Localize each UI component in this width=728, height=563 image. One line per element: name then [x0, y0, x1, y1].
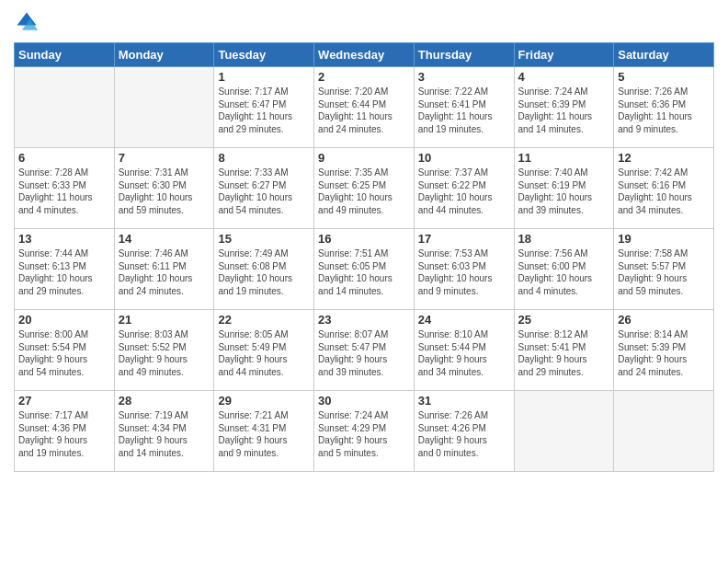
day-number: 22: [218, 313, 310, 327]
day-info: Sunrise: 8:00 AM Sunset: 5:54 PM Dayligh…: [18, 328, 110, 378]
day-number: 5: [618, 70, 710, 84]
day-number: 10: [418, 151, 510, 165]
day-info: Sunrise: 7:33 AM Sunset: 6:27 PM Dayligh…: [218, 167, 310, 216]
calendar-cell: 5Sunrise: 7:26 AM Sunset: 6:36 PM Daylig…: [614, 67, 714, 148]
calendar-cell: 14Sunrise: 7:46 AM Sunset: 6:11 PM Dayli…: [114, 229, 214, 310]
day-number: 16: [318, 232, 410, 246]
weekday-header: Thursday: [414, 43, 514, 67]
day-number: 23: [318, 313, 410, 327]
day-number: 3: [418, 70, 510, 84]
day-info: Sunrise: 7:31 AM Sunset: 6:30 PM Dayligh…: [119, 167, 210, 216]
day-info: Sunrise: 7:40 AM Sunset: 6:19 PM Dayligh…: [518, 167, 610, 216]
calendar-cell: 13Sunrise: 7:44 AM Sunset: 6:13 PM Dayli…: [15, 229, 115, 310]
day-number: 12: [618, 151, 710, 165]
day-info: Sunrise: 7:58 AM Sunset: 5:57 PM Dayligh…: [618, 247, 710, 297]
calendar-cell: 1Sunrise: 7:17 AM Sunset: 6:47 PM Daylig…: [214, 67, 314, 148]
day-number: 25: [518, 313, 610, 327]
day-info: Sunrise: 7:53 AM Sunset: 6:03 PM Dayligh…: [418, 247, 510, 297]
calendar-cell: 17Sunrise: 7:53 AM Sunset: 6:03 PM Dayli…: [414, 229, 514, 310]
day-number: 26: [618, 313, 710, 327]
day-number: 2: [318, 70, 410, 84]
calendar-cell: 29Sunrise: 7:21 AM Sunset: 4:31 PM Dayli…: [214, 391, 314, 472]
calendar-cell: 24Sunrise: 8:10 AM Sunset: 5:44 PM Dayli…: [414, 310, 514, 391]
calendar-cell: 26Sunrise: 8:14 AM Sunset: 5:39 PM Dayli…: [614, 310, 714, 391]
day-number: 19: [618, 232, 710, 246]
day-number: 7: [119, 151, 210, 165]
calendar-week-row: 1Sunrise: 7:17 AM Sunset: 6:47 PM Daylig…: [15, 67, 714, 148]
day-info: Sunrise: 8:03 AM Sunset: 5:52 PM Dayligh…: [119, 328, 210, 378]
calendar-cell: 18Sunrise: 7:56 AM Sunset: 6:00 PM Dayli…: [514, 229, 614, 310]
day-number: 29: [218, 394, 310, 408]
calendar-cell: 4Sunrise: 7:24 AM Sunset: 6:39 PM Daylig…: [514, 67, 614, 148]
day-number: 27: [18, 394, 110, 408]
weekday-header: Saturday: [614, 43, 714, 67]
day-info: Sunrise: 7:35 AM Sunset: 6:25 PM Dayligh…: [318, 167, 410, 216]
calendar-cell: 7Sunrise: 7:31 AM Sunset: 6:30 PM Daylig…: [114, 148, 214, 229]
day-info: Sunrise: 8:12 AM Sunset: 5:41 PM Dayligh…: [518, 328, 610, 378]
calendar-cell: 21Sunrise: 8:03 AM Sunset: 5:52 PM Dayli…: [114, 310, 214, 391]
day-info: Sunrise: 8:10 AM Sunset: 5:44 PM Dayligh…: [418, 328, 510, 378]
day-number: 14: [119, 232, 210, 246]
day-info: Sunrise: 7:26 AM Sunset: 6:36 PM Dayligh…: [618, 86, 710, 135]
day-info: Sunrise: 7:17 AM Sunset: 6:47 PM Dayligh…: [218, 86, 310, 135]
calendar-header-row: SundayMondayTuesdayWednesdayThursdayFrid…: [15, 43, 714, 67]
day-info: Sunrise: 7:42 AM Sunset: 6:16 PM Dayligh…: [618, 167, 710, 216]
calendar-cell: 12Sunrise: 7:42 AM Sunset: 6:16 PM Dayli…: [614, 148, 714, 229]
day-number: 17: [418, 232, 510, 246]
weekday-header: Sunday: [15, 43, 115, 67]
day-number: 13: [18, 232, 110, 246]
calendar-week-row: 20Sunrise: 8:00 AM Sunset: 5:54 PM Dayli…: [15, 310, 714, 391]
day-number: 21: [119, 313, 210, 327]
day-number: 28: [119, 394, 210, 408]
calendar-week-row: 13Sunrise: 7:44 AM Sunset: 6:13 PM Dayli…: [15, 229, 714, 310]
calendar-cell: 30Sunrise: 7:24 AM Sunset: 4:29 PM Dayli…: [314, 391, 415, 472]
day-number: 24: [418, 313, 510, 327]
day-info: Sunrise: 8:07 AM Sunset: 5:47 PM Dayligh…: [318, 328, 410, 378]
calendar-cell: 11Sunrise: 7:40 AM Sunset: 6:19 PM Dayli…: [514, 148, 614, 229]
header: [14, 9, 714, 35]
day-info: Sunrise: 7:56 AM Sunset: 6:00 PM Dayligh…: [518, 247, 610, 297]
calendar-table: SundayMondayTuesdayWednesdayThursdayFrid…: [14, 42, 714, 472]
calendar-cell: [614, 391, 714, 472]
day-number: 15: [218, 232, 310, 246]
day-number: 31: [418, 394, 510, 408]
calendar-cell: 19Sunrise: 7:58 AM Sunset: 5:57 PM Dayli…: [614, 229, 714, 310]
day-info: Sunrise: 7:26 AM Sunset: 4:26 PM Dayligh…: [418, 409, 510, 459]
day-info: Sunrise: 7:49 AM Sunset: 6:08 PM Dayligh…: [218, 247, 310, 297]
logo: [14, 9, 43, 35]
calendar-week-row: 27Sunrise: 7:17 AM Sunset: 4:36 PM Dayli…: [15, 391, 714, 472]
day-number: 6: [18, 151, 110, 165]
day-info: Sunrise: 7:17 AM Sunset: 4:36 PM Dayligh…: [18, 409, 110, 459]
day-number: 30: [318, 394, 410, 408]
calendar-cell: 25Sunrise: 8:12 AM Sunset: 5:41 PM Dayli…: [514, 310, 614, 391]
weekday-header: Friday: [514, 43, 614, 67]
day-info: Sunrise: 7:51 AM Sunset: 6:05 PM Dayligh…: [318, 247, 410, 297]
day-info: Sunrise: 7:20 AM Sunset: 6:44 PM Dayligh…: [318, 86, 410, 135]
logo-icon: [14, 9, 40, 35]
weekday-header: Wednesday: [314, 43, 415, 67]
calendar-week-row: 6Sunrise: 7:28 AM Sunset: 6:33 PM Daylig…: [15, 148, 714, 229]
calendar-cell: [15, 67, 115, 148]
day-number: 11: [518, 151, 610, 165]
calendar-cell: 8Sunrise: 7:33 AM Sunset: 6:27 PM Daylig…: [214, 148, 314, 229]
calendar-cell: 6Sunrise: 7:28 AM Sunset: 6:33 PM Daylig…: [15, 148, 115, 229]
calendar-cell: 10Sunrise: 7:37 AM Sunset: 6:22 PM Dayli…: [414, 148, 514, 229]
calendar-cell: 27Sunrise: 7:17 AM Sunset: 4:36 PM Dayli…: [15, 391, 115, 472]
calendar-cell: 22Sunrise: 8:05 AM Sunset: 5:49 PM Dayli…: [214, 310, 314, 391]
weekday-header: Monday: [114, 43, 214, 67]
calendar-cell: 23Sunrise: 8:07 AM Sunset: 5:47 PM Dayli…: [314, 310, 415, 391]
calendar-cell: 9Sunrise: 7:35 AM Sunset: 6:25 PM Daylig…: [314, 148, 415, 229]
calendar-cell: 28Sunrise: 7:19 AM Sunset: 4:34 PM Dayli…: [114, 391, 214, 472]
day-number: 18: [518, 232, 610, 246]
day-info: Sunrise: 8:05 AM Sunset: 5:49 PM Dayligh…: [218, 328, 310, 378]
day-number: 8: [218, 151, 310, 165]
calendar-cell: 16Sunrise: 7:51 AM Sunset: 6:05 PM Dayli…: [314, 229, 415, 310]
day-number: 1: [218, 70, 310, 84]
day-number: 4: [518, 70, 610, 84]
day-info: Sunrise: 7:19 AM Sunset: 4:34 PM Dayligh…: [119, 409, 210, 459]
calendar-cell: 3Sunrise: 7:22 AM Sunset: 6:41 PM Daylig…: [414, 67, 514, 148]
day-info: Sunrise: 7:44 AM Sunset: 6:13 PM Dayligh…: [18, 247, 110, 297]
calendar-cell: 15Sunrise: 7:49 AM Sunset: 6:08 PM Dayli…: [214, 229, 314, 310]
day-number: 20: [18, 313, 110, 327]
day-info: Sunrise: 7:24 AM Sunset: 4:29 PM Dayligh…: [318, 409, 410, 459]
